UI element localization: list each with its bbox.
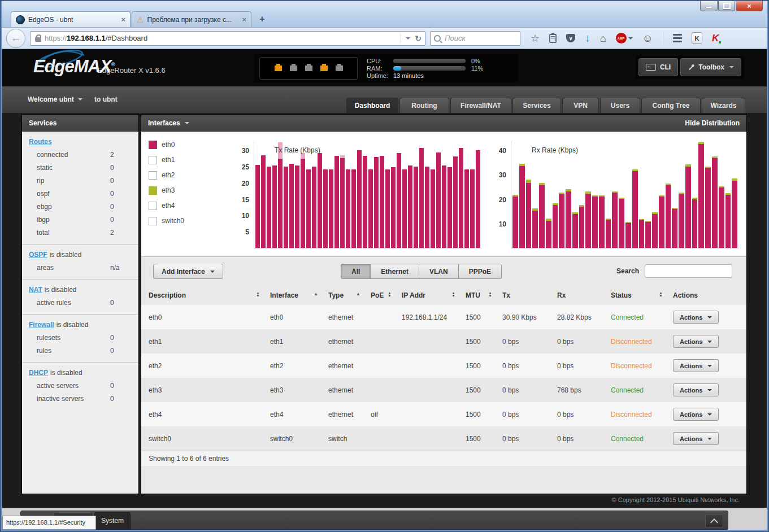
home-icon[interactable]: ⌂ bbox=[600, 33, 606, 43]
actions-button[interactable]: Actions bbox=[673, 383, 719, 396]
new-tab-button[interactable]: + bbox=[255, 13, 270, 25]
column-header-ip-addr[interactable]: IP Addr▲▼ bbox=[402, 286, 466, 305]
nav-tab-firewall-nat[interactable]: Firewall/NAT bbox=[450, 98, 511, 113]
nav-tab-config-tree[interactable]: Config Tree bbox=[641, 98, 701, 113]
pocket-icon[interactable]: ∨ bbox=[566, 34, 575, 42]
bookmark-star-icon[interactable]: ☆ bbox=[531, 33, 540, 43]
tab-close-icon[interactable]: × bbox=[121, 15, 125, 24]
legend-checkbox[interactable] bbox=[149, 141, 157, 149]
legend-checkbox[interactable] bbox=[149, 217, 157, 225]
welcome-menu[interactable]: Welcome ubnt bbox=[28, 95, 82, 103]
sidebar-link-routes[interactable]: Routes bbox=[29, 138, 52, 146]
actions-button[interactable]: Actions bbox=[673, 408, 719, 421]
sidebar-stat-row: rulesets0 bbox=[29, 334, 132, 342]
nav-tab-vpn[interactable]: VPN bbox=[562, 98, 599, 113]
column-header-poe[interactable]: PoE▲▼ bbox=[371, 286, 402, 305]
browser-search-input[interactable] bbox=[444, 33, 516, 43]
legend-item-eth1[interactable]: eth1 bbox=[149, 155, 184, 164]
sidebar-link-dhcp[interactable]: DHCP bbox=[29, 369, 48, 377]
chart-plot: Tx Rate (Kbps) bbox=[254, 141, 481, 248]
browser-titlebar[interactable]: EdgeOS - ubnt × ⚠ Проблема при загрузке … bbox=[2, 1, 767, 27]
reload-button[interactable]: ↻ bbox=[415, 34, 422, 43]
column-header-type[interactable]: Type▲ bbox=[328, 286, 371, 305]
legend-checkbox[interactable] bbox=[149, 171, 157, 180]
cell-status: Connected bbox=[611, 426, 673, 451]
bottom-tab-system[interactable]: System bbox=[94, 512, 131, 530]
panel-title[interactable]: Interfaces bbox=[148, 119, 180, 127]
stat-label: ibgp bbox=[37, 216, 110, 224]
sidebar-link-ospf[interactable]: OSPF bbox=[29, 251, 47, 259]
filter-vlan[interactable]: VLAN bbox=[419, 264, 459, 279]
bar-segment-eth0 bbox=[385, 169, 390, 248]
welcome-caret-icon bbox=[78, 98, 82, 101]
bar-segment-eth0 bbox=[559, 194, 564, 248]
interfaces-caret-icon[interactable] bbox=[185, 122, 189, 124]
legend-checkbox[interactable] bbox=[149, 156, 157, 164]
cell-actions: Actions bbox=[673, 354, 746, 378]
ram-stat: RAM: 11% bbox=[367, 65, 512, 72]
sidebar-link-nat[interactable]: NAT bbox=[29, 286, 42, 294]
nav-tab-wizards[interactable]: Wizards bbox=[702, 98, 745, 113]
back-button[interactable]: ← bbox=[6, 29, 25, 48]
nav-tab-dashboard[interactable]: Dashboard bbox=[346, 98, 398, 113]
column-header-interface[interactable]: Interface▲ bbox=[270, 286, 328, 305]
stat-value: 0 bbox=[110, 216, 132, 224]
kaspersky-icon[interactable]: K bbox=[712, 33, 719, 44]
url-dropdown-icon[interactable] bbox=[406, 37, 410, 40]
cli-button[interactable]: >_ CLI bbox=[638, 58, 678, 76]
url-bar[interactable]: https://192.168.1.1/#Dashboard ↻ bbox=[30, 31, 425, 46]
downloads-icon[interactable]: ↓ bbox=[585, 32, 590, 45]
feedback-smiley-icon[interactable]: ☺ bbox=[642, 32, 653, 45]
browser-tab-edgeos[interactable]: EdgeOS - ubnt × bbox=[11, 11, 131, 27]
window-maximize-button[interactable] bbox=[718, 1, 735, 11]
bar-segment-eth0 bbox=[380, 156, 384, 248]
nav-tab-users[interactable]: Users bbox=[600, 98, 640, 113]
toolbox-button[interactable]: Toolbox bbox=[680, 58, 741, 76]
actions-button[interactable]: Actions bbox=[673, 335, 719, 348]
chart-bar bbox=[539, 183, 545, 248]
actions-button[interactable]: Actions bbox=[673, 432, 719, 445]
table-search-input[interactable] bbox=[645, 264, 732, 278]
window-close-button[interactable]: × bbox=[736, 1, 763, 11]
chart-bar bbox=[414, 167, 418, 248]
legend-item-eth0[interactable]: eth0 bbox=[149, 140, 184, 149]
bar-segment-eth0 bbox=[318, 153, 322, 248]
cell-status: Connected bbox=[611, 378, 673, 402]
bar-segment-eth0 bbox=[306, 169, 311, 248]
actions-button[interactable]: Actions bbox=[673, 359, 719, 372]
chart-bar bbox=[312, 167, 316, 248]
column-header-status[interactable]: Status▲▼ bbox=[611, 286, 673, 305]
nav-tab-routing[interactable]: Routing bbox=[399, 98, 449, 113]
legend-item-switch0[interactable]: switch0 bbox=[149, 216, 184, 225]
hide-distribution-link[interactable]: Hide Distribution bbox=[685, 119, 740, 127]
legend-item-eth3[interactable]: eth3 bbox=[149, 186, 184, 195]
menu-icon[interactable] bbox=[673, 34, 682, 42]
sidebar-suffix: is disabled bbox=[57, 321, 89, 329]
collapse-panel-button[interactable] bbox=[705, 514, 723, 528]
keyboard-layout-icon[interactable]: K bbox=[692, 32, 702, 44]
add-interface-button[interactable]: Add Interface bbox=[153, 264, 223, 279]
adblock-plus-button[interactable]: ABP bbox=[616, 33, 633, 43]
filter-pppoe[interactable]: PPPoE bbox=[458, 264, 502, 279]
tab-close-icon[interactable]: × bbox=[242, 15, 246, 24]
browser-tab-problem[interactable]: ⚠ Проблема при загрузке с... × bbox=[132, 11, 251, 27]
filter-ethernet[interactable]: Ethernet bbox=[370, 264, 419, 279]
browser-search[interactable] bbox=[430, 31, 520, 46]
actions-button[interactable]: Actions bbox=[673, 311, 719, 324]
sidebar-link-firewall[interactable]: Firewall bbox=[29, 321, 54, 329]
column-header-description[interactable]: Description▲▼ bbox=[141, 286, 270, 305]
legend-checkbox[interactable] bbox=[149, 202, 157, 210]
column-header-mtu[interactable]: MTU▲▼ bbox=[466, 286, 502, 305]
reading-list-icon[interactable] bbox=[549, 34, 557, 43]
table-controls: Add Interface AllEthernetVLANPPPoE Searc… bbox=[141, 257, 746, 286]
sidebar-section-headline: Firewallis disabled bbox=[29, 321, 132, 329]
nav-tab-services[interactable]: Services bbox=[512, 98, 561, 113]
legend-checkbox[interactable] bbox=[149, 186, 157, 195]
window-minimize-button[interactable] bbox=[700, 1, 718, 11]
sort-asc-icon: ▲ bbox=[356, 291, 360, 296]
legend-item-eth4[interactable]: eth4 bbox=[149, 201, 184, 210]
actions-button-label: Actions bbox=[680, 435, 702, 442]
filter-all[interactable]: All bbox=[341, 264, 371, 279]
host-label: to ubnt bbox=[94, 95, 118, 103]
legend-item-eth2[interactable]: eth2 bbox=[149, 171, 184, 180]
